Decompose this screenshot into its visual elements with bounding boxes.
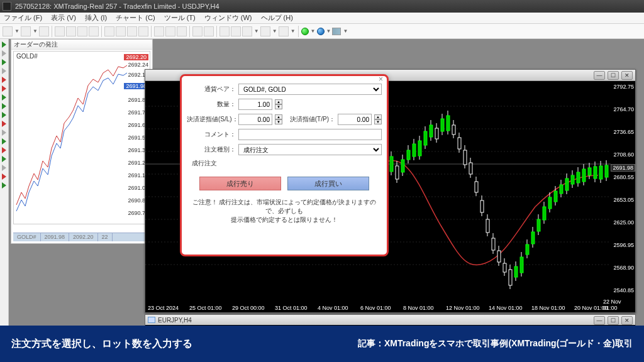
svg-rect-48	[492, 238, 495, 250]
sl-input[interactable]	[238, 114, 272, 125]
tp-input[interactable]	[338, 114, 372, 125]
tool-zoomin-icon[interactable]	[192, 26, 203, 36]
volume-spinner[interactable]: ▲▼	[275, 99, 282, 109]
maximize-icon[interactable]: ☐	[608, 71, 619, 80]
tool-new-icon[interactable]	[3, 26, 13, 36]
svg-rect-84	[594, 167, 597, 178]
tool-strategy-icon[interactable]	[89, 26, 99, 36]
tool-shift-icon[interactable]	[231, 26, 241, 36]
symbol-select[interactable]: GOLD#, GOLD	[238, 84, 382, 95]
svg-rect-42	[475, 182, 478, 192]
tool-meta-icon[interactable]	[116, 26, 126, 36]
tp-label: 決済指値(T/P)：	[285, 115, 335, 124]
tp-spinner[interactable]: ▲▼	[374, 114, 382, 124]
svg-rect-74	[565, 178, 569, 190]
svg-rect-62	[531, 232, 535, 244]
volume-input[interactable]	[238, 99, 272, 110]
sell-button[interactable]: 成行売り	[199, 177, 281, 190]
menu-chart[interactable]: チャート (C)	[116, 13, 155, 23]
menubar[interactable]: ファイル (F) 表示 (V) 挿入 (I) チャート (C) ツール (T) …	[0, 13, 644, 24]
order-panel-title: オーダーの発注	[11, 40, 152, 50]
sidebar-down-icon	[2, 77, 6, 83]
tool-terminal-icon[interactable]	[77, 26, 87, 36]
sl-label: 決済逆指値(S/L)：	[187, 115, 236, 124]
svg-rect-32	[447, 116, 450, 131]
maximize-icon[interactable]: ☐	[608, 316, 619, 325]
menu-window[interactable]: ウィンドウ (W)	[204, 13, 252, 23]
svg-rect-72	[560, 185, 563, 194]
tool-save-icon[interactable]	[21, 26, 31, 36]
minichart-icon[interactable]	[332, 28, 341, 35]
svg-rect-22	[418, 141, 421, 156]
y-tick: 2792.75	[613, 84, 634, 90]
sidebar-down-icon	[2, 85, 6, 92]
menu-view[interactable]: 表示 (V)	[51, 13, 76, 23]
menu-help[interactable]: ヘルプ (H)	[261, 13, 293, 23]
market-label: 成行注文	[192, 159, 217, 168]
y-tick: 2625.00	[613, 219, 634, 226]
svg-rect-46	[486, 219, 489, 233]
svg-rect-44	[480, 200, 484, 212]
tool-nav-icon[interactable]	[66, 26, 76, 36]
tool-line-icon[interactable]	[177, 26, 187, 36]
tick-lines	[15, 60, 128, 222]
x-tick: 12 Nov 01:00	[446, 305, 480, 311]
buy-button[interactable]: 成行買い	[287, 177, 369, 190]
close-icon[interactable]: ✕	[621, 71, 633, 80]
tool-profiles-icon[interactable]	[39, 26, 49, 36]
sidebar-up-icon	[2, 59, 6, 65]
sidebar-up-icon	[2, 103, 6, 109]
y-tick: 2568.90	[613, 265, 634, 271]
x-tick: 4 Nov 01:00	[318, 305, 348, 311]
tool-order-icon[interactable]	[104, 26, 114, 36]
svg-rect-68	[548, 197, 552, 209]
order-type-select[interactable]: 成行注文	[238, 144, 382, 155]
menu-tools[interactable]: ツール (T)	[164, 13, 196, 23]
comment-input[interactable]	[238, 129, 382, 140]
tool-period-icon[interactable]	[260, 26, 270, 36]
tool-expert-icon[interactable]	[127, 26, 137, 36]
tool-ind-icon[interactable]	[242, 26, 252, 36]
order-tabs: GOLD# 2091.98 2092.20 22	[13, 233, 150, 241]
sl-spinner[interactable]: ▲▼	[275, 114, 282, 124]
svg-rect-36	[458, 138, 461, 149]
order-dialog: × 通貨ペア： GOLD#, GOLD 数量： ▲▼ 決済逆指値(S/L)： ▲…	[180, 74, 389, 256]
sidebar-up-icon	[2, 94, 6, 101]
tool-zoomout-icon[interactable]	[204, 26, 214, 36]
sidebar-up-icon	[2, 182, 6, 189]
tick-price: 2692.24	[128, 62, 148, 68]
refresh-icon[interactable]	[317, 28, 325, 35]
tool-auto-icon[interactable]	[219, 26, 230, 36]
menu-file[interactable]: ファイル (F)	[4, 13, 42, 23]
svg-rect-54	[509, 270, 512, 285]
tool-candle-icon[interactable]	[165, 26, 175, 36]
autotrade-icon[interactable]	[301, 28, 309, 35]
tool-options-icon[interactable]	[138, 26, 148, 36]
sidebar-up-icon	[2, 138, 6, 145]
sidebar-marker-icon	[2, 129, 6, 136]
menu-insert[interactable]: 挿入 (I)	[85, 13, 107, 23]
svg-rect-58	[520, 257, 523, 273]
minimize-icon[interactable]: —	[594, 316, 605, 325]
tool-template-icon[interactable]	[279, 26, 289, 36]
dialog-close-icon[interactable]: ×	[379, 75, 383, 84]
tool-bar-icon[interactable]	[154, 26, 164, 36]
y-tick: 2540.85	[613, 287, 634, 293]
order-tab[interactable]: GOLD#	[13, 233, 41, 241]
close-icon[interactable]: ✕	[621, 316, 633, 325]
price-marker: 2691.98	[611, 164, 635, 172]
svg-rect-66	[543, 207, 546, 220]
tool-market-icon[interactable]	[55, 26, 65, 36]
svg-rect-18	[407, 150, 410, 160]
sidebar-up-icon	[2, 112, 6, 118]
svg-rect-80	[582, 169, 586, 182]
toolbar: ▼ ▼ ▼ ▼ ▼ ▼ ▼ ▼	[0, 24, 644, 39]
volume-label: 数量：	[187, 100, 236, 109]
minimize-icon[interactable]: —	[594, 71, 605, 80]
svg-rect-56	[514, 266, 518, 277]
svg-rect-12	[390, 156, 393, 172]
caption-overlay: 注文方式を選択し、ロット数を入力する 記事：XMTradingをスマホで取引事例…	[0, 326, 644, 362]
y-tick: 2680.55	[613, 174, 634, 180]
app-icon	[3, 2, 11, 11]
titlebar: 257052128: XMTrading-Real 257 - Tradexfi…	[0, 0, 644, 13]
